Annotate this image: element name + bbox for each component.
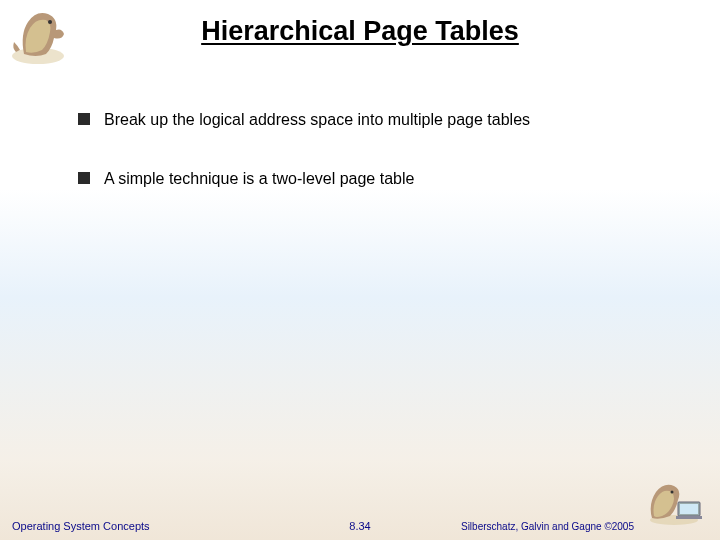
footer-book-title: Operating System Concepts	[12, 520, 150, 532]
slide-footer: Operating System Concepts 8.34 Silbersch…	[0, 512, 720, 532]
bullet-text: A simple technique is a two-level page t…	[104, 169, 414, 190]
bullet-square-icon	[78, 113, 90, 125]
footer-copyright: Silberschatz, Galvin and Gagne ©2005	[461, 521, 634, 532]
slide-content: Break up the logical address space into …	[78, 110, 680, 228]
slide: Hierarchical Page Tables Break up the lo…	[0, 0, 720, 540]
svg-point-6	[671, 491, 674, 494]
bullet-item: A simple technique is a two-level page t…	[78, 169, 680, 190]
bullet-text: Break up the logical address space into …	[104, 110, 530, 131]
footer-page-number: 8.34	[349, 520, 370, 532]
bullet-square-icon	[78, 172, 90, 184]
bullet-item: Break up the logical address space into …	[78, 110, 680, 131]
slide-title: Hierarchical Page Tables	[0, 16, 720, 47]
